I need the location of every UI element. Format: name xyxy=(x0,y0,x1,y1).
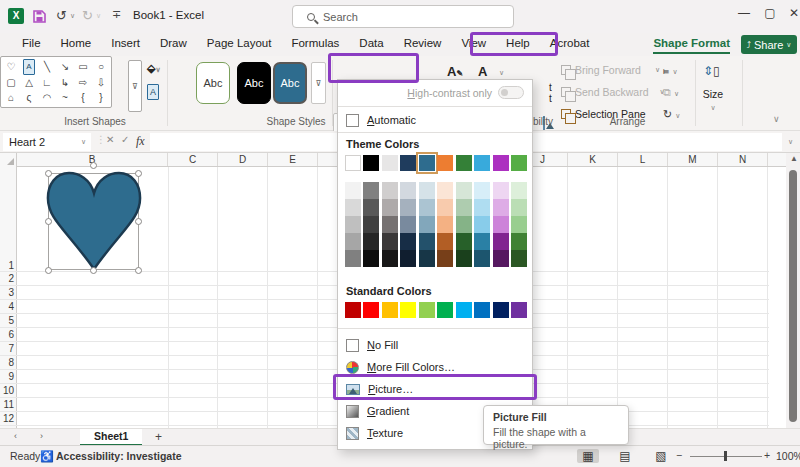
standard-color-swatch-7[interactable] xyxy=(474,302,490,318)
standard-color-swatch-3[interactable] xyxy=(400,302,416,318)
tab-insert[interactable]: Insert xyxy=(101,33,150,56)
resize-handle[interactable] xyxy=(135,267,142,274)
heart-shape[interactable] xyxy=(46,169,142,273)
next-sheet-icon[interactable]: › xyxy=(40,431,43,441)
gallery-shape-icon-8[interactable]: ∟ xyxy=(42,76,52,90)
theme-color-swatch-3[interactable] xyxy=(400,155,416,171)
theme-tint-0-2[interactable] xyxy=(382,182,398,199)
theme-tint-4-8[interactable] xyxy=(493,250,509,267)
standard-color-swatch-1[interactable] xyxy=(363,302,379,318)
gallery-shape-icon-1[interactable]: A xyxy=(23,59,34,75)
shape-style-preset-1[interactable]: Abc xyxy=(196,62,230,104)
redo-button[interactable]: ↻ xyxy=(82,8,93,23)
tab-acrobat[interactable]: Acrobat xyxy=(540,33,600,56)
group-icon[interactable]: ⧉ ∨ xyxy=(663,86,679,99)
theme-color-swatch-4[interactable] xyxy=(419,155,435,171)
theme-tint-4-6[interactable] xyxy=(456,250,472,267)
column-header-M[interactable]: M xyxy=(668,153,718,166)
zoom-out-icon[interactable]: − xyxy=(676,449,682,461)
theme-color-swatch-5[interactable] xyxy=(437,155,453,171)
fx-icon[interactable]: fx xyxy=(136,134,145,149)
theme-tint-0-5[interactable] xyxy=(437,182,453,199)
theme-tint-3-4[interactable] xyxy=(419,233,435,250)
theme-tint-0-9[interactable] xyxy=(511,182,527,199)
tab-draw[interactable]: Draw xyxy=(150,33,197,56)
zoom-level[interactable]: 100% xyxy=(776,450,800,462)
theme-tint-3-9[interactable] xyxy=(511,233,527,250)
edit-shape-icon[interactable]: ⬙∨ xyxy=(147,62,161,75)
tab-view[interactable]: View xyxy=(451,33,496,56)
gallery-shape-icon-11[interactable]: ⇩ xyxy=(97,76,105,90)
prev-sheet-icon[interactable]: ‹ xyxy=(14,431,17,441)
send-backward-button[interactable]: Send Backward ∨ xyxy=(561,86,665,98)
gallery-shape-icon-12[interactable]: ⌂ xyxy=(8,91,14,105)
menu-item-automatic[interactable]: Automatic xyxy=(338,109,532,131)
rotate-handle[interactable] xyxy=(90,162,97,169)
theme-tint-2-2[interactable] xyxy=(382,216,398,233)
tab-page-layout[interactable]: Page Layout xyxy=(197,33,282,56)
theme-tint-1-1[interactable] xyxy=(363,199,379,216)
theme-tint-4-1[interactable] xyxy=(363,250,379,267)
textbox-button-icon[interactable]: A xyxy=(147,84,159,100)
save-icon[interactable] xyxy=(32,9,47,24)
gallery-shape-icon-6[interactable]: ▢ xyxy=(6,76,15,90)
zoom-in-icon[interactable]: + xyxy=(764,449,770,461)
theme-color-swatch-7[interactable] xyxy=(474,155,490,171)
more-styles-icon[interactable]: ⊽ xyxy=(311,62,326,104)
normal-view-icon[interactable]: ▦ xyxy=(577,449,599,463)
name-box-dropdown-icon[interactable]: ∨ xyxy=(81,138,86,146)
theme-color-swatch-9[interactable] xyxy=(511,155,527,171)
name-box[interactable]: Heart 2 ∨ xyxy=(3,133,91,151)
theme-tint-3-0[interactable] xyxy=(345,233,361,250)
theme-tint-4-9[interactable] xyxy=(511,250,527,267)
gallery-shape-icon-13[interactable]: ς xyxy=(27,91,32,105)
text-effects-dropdown-icon[interactable]: ∨ xyxy=(499,69,504,77)
vertical-scroll-thumb[interactable] xyxy=(789,170,797,422)
close-button[interactable]: ✕ xyxy=(783,6,800,20)
theme-tint-4-2[interactable] xyxy=(382,250,398,267)
theme-tint-0-0[interactable] xyxy=(345,182,361,199)
theme-tint-4-0[interactable] xyxy=(345,250,361,267)
theme-tint-3-8[interactable] xyxy=(493,233,509,250)
theme-tint-1-5[interactable] xyxy=(437,199,453,216)
standard-color-swatch-8[interactable] xyxy=(493,302,509,318)
zoom-slider-thumb[interactable] xyxy=(724,451,727,461)
theme-tint-0-1[interactable] xyxy=(363,182,379,199)
theme-color-swatch-6[interactable] xyxy=(456,155,472,171)
minimize-button[interactable]: — xyxy=(733,6,755,20)
collapse-ribbon-icon[interactable]: ∨ xyxy=(773,114,780,124)
gallery-shape-icon-5[interactable]: ○ xyxy=(98,60,104,74)
cancel-icon[interactable]: ✕ xyxy=(106,134,114,145)
theme-color-swatch-8[interactable] xyxy=(493,155,509,171)
enter-icon[interactable]: ✓ xyxy=(121,134,129,145)
gallery-shape-icon-7[interactable]: △ xyxy=(25,76,33,90)
gallery-shape-icon-16[interactable]: { xyxy=(81,91,84,105)
accessibility-status[interactable]: Accessibility: Investigate xyxy=(56,450,181,462)
page-break-view-icon[interactable]: ▧ xyxy=(650,449,672,463)
resize-handle[interactable] xyxy=(45,170,52,177)
theme-tint-1-0[interactable] xyxy=(345,199,361,216)
tab-home[interactable]: Home xyxy=(51,33,102,56)
theme-color-swatch-0[interactable] xyxy=(345,155,361,171)
shape-gallery[interactable]: ♡A╲↘▭○▢△∟↳⇨⇩⌂ς◠~{} xyxy=(0,56,112,108)
standard-color-swatch-4[interactable] xyxy=(419,302,435,318)
theme-tint-0-6[interactable] xyxy=(456,182,472,199)
theme-tint-2-5[interactable] xyxy=(437,216,453,233)
theme-color-swatch-1[interactable] xyxy=(363,155,379,171)
gallery-shape-icon-15[interactable]: ~ xyxy=(62,91,68,105)
add-sheet-button[interactable]: + xyxy=(155,430,162,444)
theme-tint-0-4[interactable] xyxy=(419,182,435,199)
high-contrast-toggle[interactable] xyxy=(498,86,524,99)
theme-tint-4-3[interactable] xyxy=(400,250,416,267)
theme-tint-0-3[interactable] xyxy=(400,182,416,199)
tab-review[interactable]: Review xyxy=(394,33,452,56)
tab-file[interactable]: File xyxy=(12,33,51,56)
standard-color-swatch-5[interactable] xyxy=(437,302,453,318)
standard-color-swatch-9[interactable] xyxy=(511,302,527,318)
resize-handle[interactable] xyxy=(90,267,97,274)
scroll-up-icon[interactable]: ▲ xyxy=(790,154,798,163)
expand-formula-bar-icon[interactable]: ∨ xyxy=(788,138,793,146)
gallery-shape-icon-3[interactable]: ↘ xyxy=(61,60,69,74)
theme-tint-2-8[interactable] xyxy=(493,216,509,233)
gallery-shape-icon-14[interactable]: ◠ xyxy=(43,91,52,105)
